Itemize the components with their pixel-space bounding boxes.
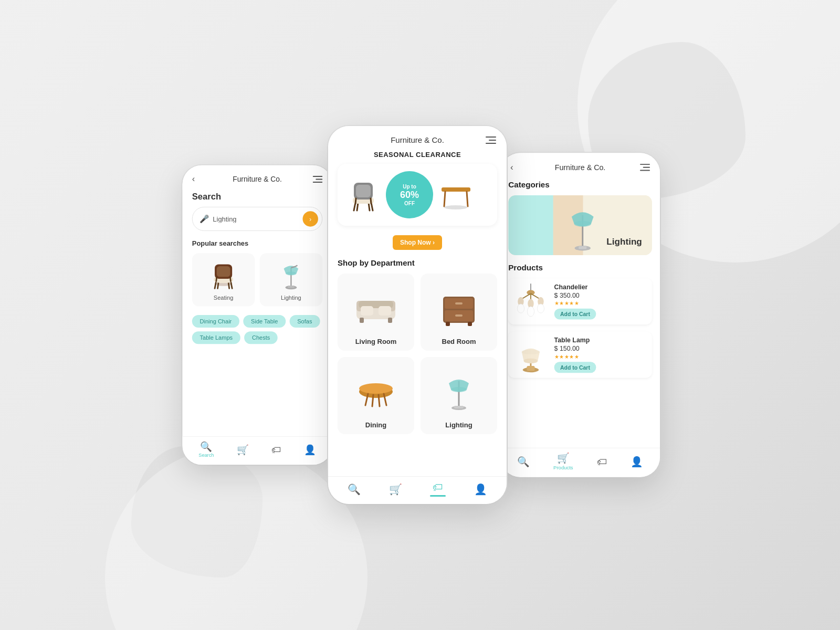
tag-sofas[interactable]: Sofas — [290, 315, 320, 328]
popular-grid: Seating — [192, 253, 322, 306]
svg-rect-40 — [455, 314, 463, 317]
chandelier-name: Chandelier — [554, 283, 647, 290]
table-lamp-stars: ★★★★★ — [554, 353, 647, 360]
right-cart-icon: 🛒 — [557, 453, 570, 463]
svg-rect-39 — [455, 302, 463, 304]
banner-title: SEASONAL CLEARANCE — [338, 151, 497, 159]
center-header: Furniture & Co. — [328, 126, 507, 151]
search-submit-button[interactable]: › — [302, 211, 318, 226]
bed-room-img — [426, 281, 492, 333]
svg-rect-72 — [527, 366, 534, 371]
center-content: SEASONAL CLEARANCE — [328, 151, 507, 476]
svg-rect-33 — [379, 306, 391, 316]
tag-table-lamps[interactable]: Table Lamps — [192, 331, 240, 344]
center-nav-search[interactable]: 🔍 — [348, 484, 361, 495]
search-box[interactable]: 🎤 › — [192, 207, 322, 231]
svg-point-58 — [527, 290, 534, 296]
svg-line-2 — [230, 281, 232, 288]
left-nav-cart[interactable]: 🛒 — [237, 445, 249, 454]
phones-container: ‹ Furniture & Co. Search 🎤 › Popular sea… — [176, 126, 664, 504]
svg-rect-8 — [217, 266, 230, 277]
right-products-label: Products — [553, 465, 573, 470]
tags-nav-icon: 🏷 — [271, 445, 281, 454]
svg-line-17 — [357, 203, 358, 211]
svg-line-48 — [379, 395, 380, 406]
center-menu-icon[interactable] — [484, 136, 496, 144]
phone-left: ‹ Furniture & Co. Search 🎤 › Popular sea… — [182, 165, 332, 465]
living-room-img — [343, 281, 409, 333]
table-lamp-add-to-cart[interactable]: Add to Cart — [554, 362, 596, 373]
banner-section: SEASONAL CLEARANCE — [338, 151, 497, 250]
table-lamp-name: Table Lamp — [554, 337, 647, 344]
right-nav-search[interactable]: 🔍 — [517, 457, 530, 467]
dept-living-room[interactable]: Living Room — [338, 274, 414, 351]
center-bottom-nav: 🔍 🛒 🏷 👤 — [328, 476, 507, 504]
popular-card-lighting[interactable]: Lighting — [260, 253, 323, 306]
center-search-icon: 🔍 — [348, 484, 361, 495]
left-menu-icon[interactable] — [311, 176, 322, 183]
svg-line-9 — [216, 277, 217, 281]
center-nav-cart[interactable]: 🛒 — [389, 484, 402, 495]
right-nav-profile[interactable]: 👤 — [631, 457, 643, 467]
lighting-label: Lighting — [281, 295, 301, 301]
seating-image — [204, 258, 243, 291]
dining-label: Dining — [365, 421, 386, 429]
chandelier-add-to-cart[interactable]: Add to Cart — [554, 309, 596, 320]
svg-line-25 — [444, 192, 445, 206]
svg-point-56 — [574, 220, 591, 226]
banner-card: Up to 60% OFF — [338, 164, 497, 226]
svg-point-75 — [521, 350, 539, 355]
cart-nav-icon: 🛒 — [237, 445, 249, 454]
dept-lighting[interactable]: Lighting — [421, 357, 497, 434]
left-nav-profile[interactable]: 👤 — [304, 445, 316, 454]
popular-searches-title: Popular searches — [192, 239, 322, 247]
svg-point-68 — [517, 304, 524, 313]
right-menu-icon[interactable] — [638, 164, 650, 171]
right-profile-icon: 👤 — [631, 457, 643, 467]
tags-container: Dining Chair Side Table Sofas Table Lamp… — [192, 315, 322, 344]
category-lamp-img — [508, 195, 652, 255]
right-header: ‹ Furniture & Co. — [500, 153, 660, 178]
department-title: Shop by Department — [338, 258, 497, 267]
chandelier-price: $ 350.00 — [554, 291, 647, 299]
right-tags-icon: 🏷 — [597, 457, 607, 467]
center-profile-icon: 👤 — [474, 484, 487, 495]
right-nav-tags[interactable]: 🏷 — [597, 457, 607, 467]
left-header: ‹ Furniture & Co. — [182, 165, 332, 190]
category-banner[interactable]: Lighting — [508, 195, 652, 255]
phone-center: Furniture & Co. SEASONAL CLEARANCE — [328, 126, 507, 504]
dept-dining[interactable]: Dining — [338, 357, 414, 434]
svg-rect-35 — [388, 318, 392, 323]
left-app-title: Furniture & Co. — [204, 175, 311, 183]
center-nav-profile[interactable]: 👤 — [474, 484, 487, 495]
phone-right: ‹ Furniture & Co. Categories — [500, 153, 660, 477]
living-room-label: Living Room — [355, 338, 397, 345]
back-icon[interactable]: ‹ — [192, 174, 204, 184]
shop-now-button[interactable]: Shop Now › — [393, 235, 442, 250]
left-nav-tags[interactable]: 🏷 — [271, 445, 281, 454]
tag-side-table[interactable]: Side Table — [243, 315, 286, 328]
center-tags-icon: 🏷 — [433, 482, 443, 492]
popular-card-seating[interactable]: Seating — [192, 253, 255, 306]
banner-chair-img — [345, 176, 382, 213]
department-grid: Living Room — [338, 274, 497, 434]
product-table-lamp: Table Lamp $ 150.00 ★★★★★ Add to Cart — [508, 331, 652, 377]
svg-rect-55 — [579, 246, 586, 249]
left-nav-search[interactable]: 🔍 Search — [198, 442, 214, 458]
categories-title: Categories — [508, 178, 652, 190]
dept-bed-room[interactable]: Bed Room — [421, 274, 497, 351]
svg-rect-24 — [442, 187, 470, 192]
right-nav-products[interactable]: 🛒 Products — [553, 453, 573, 470]
right-content: Categories Lighti — [500, 178, 660, 453]
center-nav-tags[interactable]: 🏷 — [430, 482, 446, 497]
svg-line-18 — [369, 203, 370, 211]
tag-dining-chair[interactable]: Dining Chair — [192, 315, 239, 328]
chandelier-stars: ★★★★★ — [554, 300, 647, 307]
chandelier-img — [513, 284, 548, 319]
svg-point-14 — [286, 271, 296, 275]
search-input[interactable] — [213, 215, 302, 223]
svg-rect-21 — [356, 185, 371, 197]
tag-chests[interactable]: Chests — [244, 331, 278, 344]
right-back-icon[interactable]: ‹ — [510, 162, 522, 172]
svg-point-44 — [359, 383, 393, 394]
